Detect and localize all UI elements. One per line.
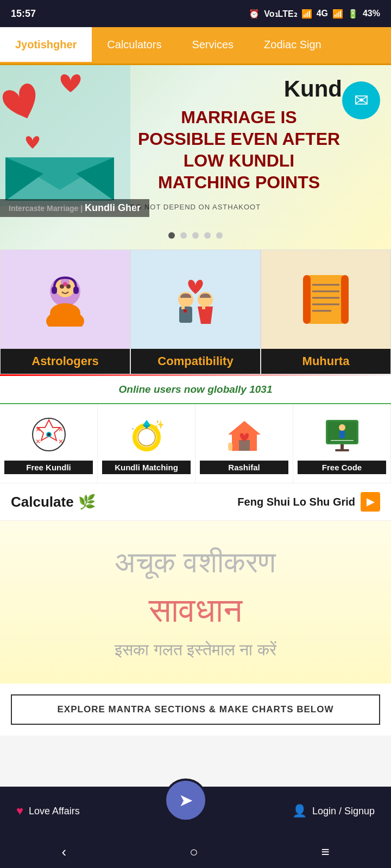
- bottom-nav: ♥ Love Affairs ➤ 👤 Login / Signup: [0, 787, 391, 835]
- hindi-line3: इसका गलत इस्तेमाल ना करें: [115, 641, 276, 660]
- rashifal-icon: [223, 413, 266, 456]
- status-time: 15:57: [11, 8, 36, 20]
- freecode-svg: [323, 416, 361, 454]
- signal-icon2: 📶: [332, 9, 343, 19]
- menu-button[interactable]: ≡: [299, 838, 351, 866]
- svg-rect-17: [181, 305, 185, 309]
- email-button[interactable]: ✉: [342, 81, 380, 119]
- alarm-icon: ⏰: [249, 9, 260, 19]
- hero-banner: Kund MARRIAGE IS POSSIBLE EVEN AFTER LOW…: [0, 65, 391, 250]
- network-label: Vo₁LTE₂: [264, 9, 297, 19]
- quick-link-rashifal[interactable]: Rashifal: [195, 404, 293, 483]
- kundli-svg: ✕ ✕ ✕ ✕: [30, 416, 68, 454]
- hero-title: Kund: [136, 76, 342, 102]
- nav-services[interactable]: Services: [176, 27, 249, 63]
- svg-text:✕: ✕: [35, 438, 41, 445]
- quick-link-kundli[interactable]: ✕ ✕ ✕ ✕ Free Kundli: [0, 404, 98, 483]
- carousel-dots: [168, 232, 223, 239]
- dot-2[interactable]: [180, 232, 187, 239]
- svg-text:✕: ✕: [35, 426, 41, 433]
- nav-zodiac[interactable]: Zodiac Sign: [249, 27, 337, 63]
- svg-point-9: [50, 303, 80, 323]
- astrologers-label: Astrologers: [1, 349, 130, 374]
- explore-section: EXPLORE MANTRA SECTIONS & MAKE CHARTS BE…: [0, 684, 391, 736]
- svg-rect-47: [229, 443, 231, 447]
- svg-text:✨: ✨: [154, 419, 165, 430]
- svg-text:✕: ✕: [58, 426, 64, 433]
- user-icon: 👤: [292, 804, 307, 818]
- svg-rect-14: [73, 286, 79, 294]
- play-button[interactable]: ▶: [361, 492, 380, 512]
- hearts-decoration: [0, 65, 130, 206]
- quick-links: ✕ ✕ ✕ ✕ Free Kundli ✨ · Kundli Matching: [0, 404, 391, 483]
- battery-icon: 🔋: [348, 9, 358, 19]
- compatibility-image: [131, 250, 260, 349]
- nav-calculators[interactable]: Calculators: [92, 27, 176, 63]
- muhurta-label: Muhurta: [261, 349, 390, 374]
- couple-svg: [163, 270, 228, 329]
- explore-button[interactable]: EXPLORE MANTRA SECTIONS & MAKE CHARTS BE…: [11, 694, 380, 725]
- card-compatibility[interactable]: Compatibility: [130, 250, 261, 374]
- signal-icon: 📶: [301, 9, 312, 19]
- svg-rect-22: [303, 275, 311, 324]
- kundli-label: Free Kundli: [4, 461, 93, 474]
- navigation-icon: ➤: [179, 790, 193, 810]
- svg-rect-16: [179, 307, 192, 323]
- battery-label: 43%: [363, 9, 380, 18]
- quick-link-freecode[interactable]: Free Code: [293, 404, 391, 483]
- dot-4[interactable]: [204, 232, 211, 239]
- category-cards: Astrologers: [0, 250, 391, 374]
- svg-point-33: [47, 433, 51, 436]
- card-muhurta[interactable]: Muhurta: [261, 250, 391, 374]
- dot-5[interactable]: [216, 232, 223, 239]
- fengsui-right[interactable]: Feng Shui Lo Shu Grid ▶: [237, 492, 380, 512]
- bottom-nav-love[interactable]: ♥ Love Affairs: [16, 804, 80, 818]
- hindi-line1: अचूक वशीकरण: [115, 545, 276, 580]
- back-button[interactable]: ‹: [40, 838, 88, 866]
- svg-rect-23: [341, 275, 349, 324]
- hindi-banner: अचूक वशीकरण सावधान इसका गलत इस्तेमाल ना …: [0, 521, 391, 684]
- home-button[interactable]: ○: [168, 838, 220, 866]
- status-bar: 15:57 ⏰ Vo₁LTE₂ 📶 4G 📶 🔋 43%: [0, 0, 391, 27]
- bottom-nav-login[interactable]: 👤 Login / Signup: [292, 804, 375, 818]
- svg-marker-30: [37, 420, 60, 441]
- svg-rect-13: [52, 286, 57, 294]
- calculate-row: Calculate 🌿 Feng Shui Lo Shu Grid ▶: [0, 483, 391, 521]
- hero-subtitle: MARRIAGE IS POSSIBLE EVEN AFTER LOW KUND…: [136, 106, 342, 193]
- ring-svg: ✨ ·: [128, 416, 166, 454]
- hero-label: Intercaste Marriage | Kundli Gher: [0, 199, 149, 217]
- freecode-icon: [320, 413, 364, 456]
- rashifal-label: Rashifal: [200, 461, 288, 474]
- svg-point-39: [138, 429, 155, 446]
- muhurta-image: [261, 250, 390, 349]
- nav-jyotishgher[interactable]: Jyotishgher: [0, 27, 92, 63]
- astrologers-image: [1, 250, 130, 349]
- compatibility-label: Compatibility: [131, 349, 260, 374]
- main-nav: Jyotishgher Calculators Services Zodiac …: [0, 27, 391, 65]
- svg-text:·: ·: [132, 425, 134, 432]
- status-icons: ⏰ Vo₁LTE₂ 📶 4G 📶 🔋 43%: [249, 9, 380, 19]
- online-users: Online users now globally 1031: [0, 376, 391, 404]
- card-astrologers[interactable]: Astrologers: [0, 250, 130, 374]
- svg-rect-51: [339, 431, 345, 438]
- hindi-line2: सावधान: [149, 591, 242, 630]
- leaf-icon: 🌿: [78, 494, 96, 510]
- quick-link-matching[interactable]: ✨ · Kundli Matching: [98, 404, 195, 483]
- svg-rect-21: [307, 275, 345, 324]
- buddha-svg: [38, 272, 92, 327]
- matching-icon: ✨ ·: [125, 413, 168, 456]
- kundli-icon: ✕ ✕ ✕ ✕: [27, 413, 71, 456]
- svg-rect-54: [335, 449, 349, 451]
- bottom-nav-center[interactable]: ➤: [164, 778, 207, 822]
- calculate-left[interactable]: Calculate 🌿: [11, 494, 96, 510]
- svg-text:✕: ✕: [58, 438, 64, 445]
- svg-point-50: [339, 424, 345, 431]
- dot-1[interactable]: [168, 232, 175, 239]
- svg-rect-20: [202, 305, 205, 309]
- scroll-svg: [299, 270, 353, 329]
- heart-icon: ♥: [16, 804, 23, 818]
- system-nav: ‹ ○ ≡: [0, 835, 391, 868]
- svg-point-18: [184, 309, 187, 312]
- svg-point-12: [63, 282, 67, 286]
- dot-3[interactable]: [192, 232, 199, 239]
